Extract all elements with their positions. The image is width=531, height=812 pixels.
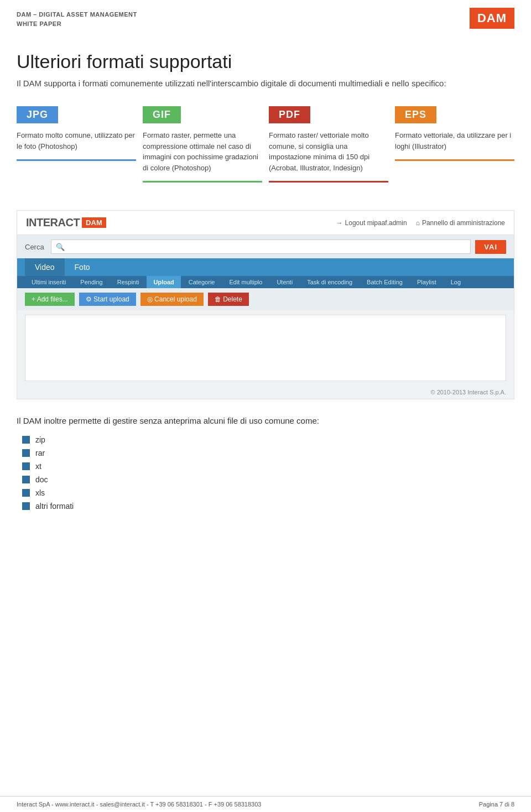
format-card-eps: EPS Formato vettoriale, da utilizzare pe… bbox=[395, 106, 514, 194]
bullet-icon-rar bbox=[22, 449, 30, 457]
section-below-text: Il DAM inoltre permette di gestire senza… bbox=[17, 416, 514, 425]
format-divider-eps bbox=[395, 159, 514, 161]
subnav-ultimi[interactable]: Ultimi inseriti bbox=[25, 276, 72, 288]
format-card-pdf: PDF Formato raster/ vettoriale molto com… bbox=[269, 106, 395, 194]
list-item-xls: xls bbox=[22, 486, 514, 499]
dam-screenshot: INTERACT DAM → Logout mipaaf.admin ⌂ Pan… bbox=[17, 210, 514, 399]
format-badge-gif: GIF bbox=[143, 106, 181, 123]
footer-left: Interact SpA - www.interact.it - sales@i… bbox=[17, 801, 261, 808]
bullet-icon-xls bbox=[22, 489, 30, 497]
list-item-doc: doc bbox=[22, 473, 514, 486]
subnav-respinti[interactable]: Respinti bbox=[111, 276, 146, 288]
vai-button[interactable]: VAI bbox=[475, 240, 506, 254]
format-badge-jpg: JPG bbox=[17, 106, 58, 123]
dam-action-bar: + Add files... ⚙ Start upload ◎ Cancel u… bbox=[17, 288, 514, 310]
subnav-log[interactable]: Log bbox=[444, 276, 467, 288]
format-badge-pdf: PDF bbox=[269, 106, 310, 123]
format-divider-gif bbox=[143, 181, 262, 183]
subnav-upload[interactable]: Upload bbox=[147, 276, 180, 288]
dam-tabs: Video Foto bbox=[17, 258, 514, 276]
file-list: zip rar xt doc xls altri formati bbox=[22, 433, 514, 513]
doc-title: DAM – DIGITAL ASSET MANAGEMENT WHITE PAP… bbox=[17, 10, 514, 28]
list-item-xt: xt bbox=[22, 460, 514, 473]
search-input[interactable] bbox=[68, 242, 466, 251]
subnav-categorie[interactable]: Categorie bbox=[182, 276, 222, 288]
page-title: Ulteriori formati supportati bbox=[17, 50, 514, 73]
search-label: Cerca bbox=[25, 243, 44, 251]
list-item-xt-label: xt bbox=[35, 462, 41, 471]
list-item-doc-label: doc bbox=[35, 475, 48, 484]
list-item-altri: altri formati bbox=[22, 499, 514, 513]
bullet-icon-altri bbox=[22, 502, 30, 510]
format-card-jpg: JPG Formato molto comune, utilizzato per… bbox=[17, 106, 143, 194]
bullet-icon-xt bbox=[22, 462, 30, 470]
admin-nav-item[interactable]: ⌂ Pannello di amministrazione bbox=[416, 219, 505, 227]
list-item-rar-label: rar bbox=[35, 449, 45, 457]
search-input-wrap[interactable]: 🔍 bbox=[51, 240, 471, 254]
list-item-xls-label: xls bbox=[35, 488, 45, 497]
home-icon: ⌂ bbox=[416, 219, 420, 227]
doc-header: DAM – DIGITAL ASSET MANAGEMENT WHITE PAP… bbox=[0, 0, 531, 34]
bullet-icon-zip bbox=[22, 436, 30, 444]
format-desc-jpg: Formato molto comune, utilizzato per le … bbox=[17, 130, 136, 152]
dam-app-footer: © 2010-2013 Interact S.p.A. bbox=[17, 386, 514, 399]
format-divider-pdf bbox=[269, 181, 388, 183]
dam-logo-badge: DAM bbox=[82, 217, 106, 228]
subnav-utenti[interactable]: Utenti bbox=[270, 276, 299, 288]
page-footer: Interact SpA - www.interact.it - sales@i… bbox=[0, 796, 531, 812]
start-upload-button[interactable]: ⚙ Start upload bbox=[79, 293, 136, 306]
logout-label: Logout mipaaf.admin bbox=[345, 219, 407, 227]
dam-subnav: Ultimi inseriti Pending Respinti Upload … bbox=[17, 276, 514, 288]
admin-label: Pannello di amministrazione bbox=[422, 219, 505, 227]
list-item-rar: rar bbox=[22, 446, 514, 460]
page-subtitle: Il DAM supporta i formati comunemente ut… bbox=[17, 77, 514, 90]
format-desc-eps: Formato vettoriale, da utilizzare per i … bbox=[395, 130, 514, 152]
add-files-button[interactable]: + Add files... bbox=[25, 293, 75, 306]
logout-nav-item[interactable]: → Logout mipaaf.admin bbox=[336, 219, 407, 227]
format-cards: JPG Formato molto comune, utilizzato per… bbox=[17, 106, 514, 194]
dam-app-header: INTERACT DAM → Logout mipaaf.admin ⌂ Pan… bbox=[17, 211, 514, 235]
interact-text: INTERACT bbox=[26, 216, 80, 229]
footer-right: Pagina 7 di 8 bbox=[479, 801, 514, 808]
page-title-section: Ulteriori formati supportati Il DAM supp… bbox=[17, 50, 514, 90]
subnav-pending[interactable]: Pending bbox=[74, 276, 109, 288]
list-item-altri-label: altri formati bbox=[35, 502, 74, 511]
tab-video[interactable]: Video bbox=[25, 258, 65, 276]
subnav-task-encoding[interactable]: Task di encoding bbox=[300, 276, 359, 288]
subnav-edit-multiplo[interactable]: Edit multiplo bbox=[222, 276, 269, 288]
search-icon: 🔍 bbox=[56, 243, 65, 251]
dam-app-logo: INTERACT DAM bbox=[26, 216, 106, 229]
dam-content-area bbox=[25, 315, 506, 381]
cancel-upload-button[interactable]: ◎ Cancel upload bbox=[140, 293, 204, 306]
list-item-zip: zip bbox=[22, 433, 514, 446]
format-desc-gif: Formato raster, permette una compression… bbox=[143, 130, 262, 173]
dam-search-bar: Cerca 🔍 VAI bbox=[17, 235, 514, 258]
list-item-zip-label: zip bbox=[35, 435, 45, 444]
delete-button[interactable]: 🗑 Delete bbox=[208, 293, 249, 306]
format-card-gif: GIF Formato raster, permette una compres… bbox=[143, 106, 269, 194]
dam-logo: DAM bbox=[470, 8, 514, 29]
subnav-batch-editing[interactable]: Batch Editing bbox=[360, 276, 409, 288]
logout-icon: → bbox=[336, 219, 343, 227]
format-divider-jpg bbox=[17, 159, 136, 161]
tab-foto[interactable]: Foto bbox=[65, 258, 100, 276]
main-content: Ulteriori formati supportati Il DAM supp… bbox=[0, 50, 531, 513]
dam-app-nav: → Logout mipaaf.admin ⌂ Pannello di ammi… bbox=[336, 219, 505, 227]
bullet-icon-doc bbox=[22, 476, 30, 483]
format-badge-eps: EPS bbox=[395, 106, 436, 123]
format-desc-pdf: Formato raster/ vettoriale molto comune,… bbox=[269, 130, 388, 173]
subnav-playlist[interactable]: Playlist bbox=[410, 276, 443, 288]
